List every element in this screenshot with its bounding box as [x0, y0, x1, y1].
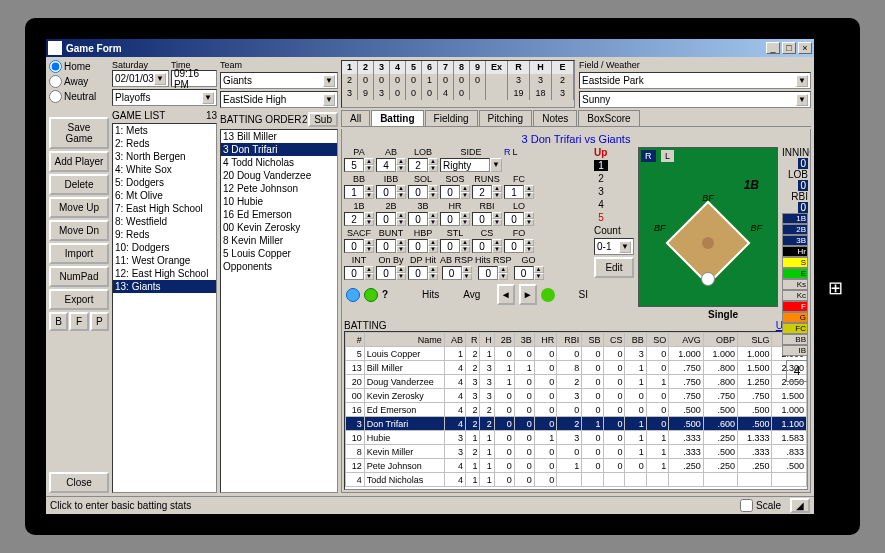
game-list-item[interactable]: 9: Reds: [113, 228, 216, 241]
game-list[interactable]: 1: Mets2: Reds3: North Bergen4: White So…: [112, 123, 217, 493]
table-header[interactable]: AB: [444, 333, 465, 347]
stat-input[interactable]: [440, 212, 460, 226]
stat-input[interactable]: [376, 158, 396, 172]
edit-button[interactable]: Edit: [594, 257, 634, 278]
tab-all[interactable]: All: [341, 110, 370, 126]
pitch-3[interactable]: 3: [594, 186, 608, 197]
stat-input[interactable]: [442, 266, 462, 280]
batter-list-item[interactable]: 4 Todd Nicholas: [221, 156, 337, 169]
game-list-item[interactable]: 2: Reds: [113, 137, 216, 150]
indicator-cell[interactable]: BB: [782, 334, 808, 345]
ball-icon-3[interactable]: [541, 288, 555, 302]
export-button[interactable]: Export: [49, 289, 109, 310]
p-button[interactable]: P: [90, 312, 109, 331]
stat-input[interactable]: [344, 239, 364, 253]
stat-input[interactable]: [344, 185, 364, 199]
game-list-item[interactable]: 8: Westfield: [113, 215, 216, 228]
ball-icon-1[interactable]: [346, 288, 360, 302]
stat-input[interactable]: [440, 239, 460, 253]
table-header[interactable]: Name: [364, 333, 444, 347]
time-field[interactable]: 09:16 PM: [171, 70, 217, 87]
stat-input[interactable]: [472, 185, 492, 199]
stat-input[interactable]: [440, 185, 460, 199]
batter-list-item[interactable]: Opponents: [221, 260, 337, 273]
table-header[interactable]: H: [480, 333, 494, 347]
ball-marker[interactable]: [701, 272, 715, 286]
neutral-radio[interactable]: Neutral: [49, 90, 109, 103]
indicator-cell[interactable]: Hr: [782, 246, 808, 257]
stat-input[interactable]: [376, 212, 396, 226]
stat-input[interactable]: [504, 239, 524, 253]
indicator-cell[interactable]: E: [782, 268, 808, 279]
table-header[interactable]: SLG: [738, 333, 772, 347]
table-row[interactable]: 20Doug Vanderzee43310020011.750.8001.250…: [346, 375, 807, 389]
table-header[interactable]: R: [466, 333, 480, 347]
count-combo[interactable]: 0-1▼: [594, 238, 634, 255]
batter-list-item[interactable]: 5 Louis Copper: [221, 247, 337, 260]
stat-input[interactable]: [504, 212, 524, 226]
stat-input[interactable]: [408, 185, 428, 199]
game-list-item[interactable]: 4: White Sox: [113, 163, 216, 176]
table-row[interactable]: 16Ed Emerson42200000000.500.500.5001.000: [346, 403, 807, 417]
game-list-item[interactable]: 5: Dodgers: [113, 176, 216, 189]
stat-input[interactable]: [514, 266, 534, 280]
move-up-button[interactable]: Move Up: [49, 197, 109, 218]
indicator-cell[interactable]: 2B: [782, 224, 808, 235]
date-field[interactable]: 02/01/03▼: [112, 70, 169, 87]
save-game-button[interactable]: Save Game: [49, 117, 109, 149]
stat-input[interactable]: [472, 212, 492, 226]
ball-icon-2[interactable]: [364, 288, 378, 302]
batter-list-item[interactable]: 8 Kevin Miller: [221, 234, 337, 247]
table-header[interactable]: SO: [646, 333, 669, 347]
game-list-item[interactable]: 1: Mets: [113, 124, 216, 137]
minimize-button[interactable]: _: [766, 42, 780, 54]
add-player-button[interactable]: Add Player: [49, 151, 109, 172]
tab-batting[interactable]: Batting: [371, 110, 423, 126]
table-header[interactable]: RBI: [557, 333, 582, 347]
batter-list-item[interactable]: 16 Ed Emerson: [221, 208, 337, 221]
next-button[interactable]: ►: [519, 284, 537, 305]
move-dn-button[interactable]: Move Dn: [49, 220, 109, 241]
table-row[interactable]: 12Pete Johnson41100010001.250.250.250.50…: [346, 459, 807, 473]
numpad-button[interactable]: NumPad: [49, 266, 109, 287]
table-row[interactable]: 13Bill Miller42311080010.750.8001.5002.3…: [346, 361, 807, 375]
game-list-item[interactable]: 7: East High School: [113, 202, 216, 215]
sub-button[interactable]: Sub: [308, 112, 338, 127]
close-window-button[interactable]: ×: [798, 42, 812, 54]
help-icon[interactable]: ?: [382, 289, 388, 300]
maximize-button[interactable]: □: [782, 42, 796, 54]
game-list-item[interactable]: 3: North Bergen: [113, 150, 216, 163]
scale-checkbox[interactable]: [740, 499, 753, 512]
stat-input[interactable]: [344, 212, 364, 226]
indicator-cell[interactable]: F: [782, 301, 808, 312]
pitch-2[interactable]: 2: [594, 173, 608, 184]
table-row[interactable]: 00Kevin Zerosky43300030000.750.750.7501.…: [346, 389, 807, 403]
tab-fielding[interactable]: Fielding: [425, 110, 478, 126]
indicator-cell[interactable]: IB: [782, 345, 808, 356]
tab-pitching[interactable]: Pitching: [479, 110, 533, 126]
tab-boxscore[interactable]: BoxScore: [578, 110, 639, 126]
tab-notes[interactable]: Notes: [533, 110, 577, 126]
batting-order-list[interactable]: 13 Bill Miller3 Don Trifari4 Todd Nichol…: [220, 129, 338, 493]
team-combo[interactable]: Giants▼: [220, 72, 338, 89]
pitch-4[interactable]: 4: [594, 199, 608, 210]
indicator-cell[interactable]: S: [782, 257, 808, 268]
batter-list-item[interactable]: 12 Pete Johnson: [221, 182, 337, 195]
stat-input[interactable]: [408, 212, 428, 226]
side-input[interactable]: [440, 158, 490, 172]
game-list-item[interactable]: 11: West Orange: [113, 254, 216, 267]
game-list-item[interactable]: 13: Giants: [113, 280, 216, 293]
batter-list-item[interactable]: 13 Bill Miller: [221, 130, 337, 143]
indicator-cell[interactable]: FC: [782, 323, 808, 334]
field-combo[interactable]: Eastside Park▼: [579, 72, 811, 89]
batter-list-item[interactable]: 00 Kevin Zerosky: [221, 221, 337, 234]
stat-input[interactable]: [478, 266, 498, 280]
table-header[interactable]: BB: [625, 333, 646, 347]
table-header[interactable]: 2B: [494, 333, 514, 347]
game-list-item[interactable]: 12: East High School: [113, 267, 216, 280]
pitch-1[interactable]: 1: [594, 160, 608, 171]
table-row[interactable]: 4Todd Nicholas411000: [346, 473, 807, 487]
game-list-item[interactable]: 10: Dodgers: [113, 241, 216, 254]
batting-table[interactable]: #NameABRH2B3BHRRBISBCSBBSOAVGOBPSLGOPS5L…: [344, 331, 808, 490]
pitch-5[interactable]: 5: [594, 212, 608, 223]
